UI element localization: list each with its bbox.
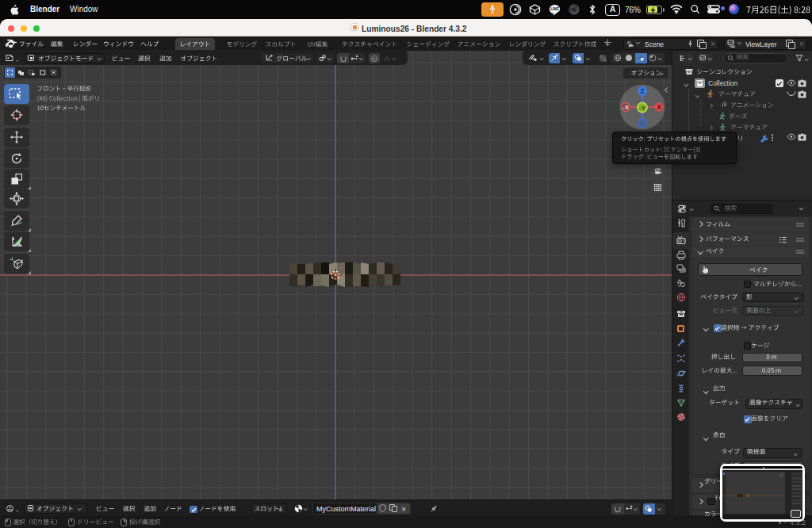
svg-text:Z: Z bbox=[640, 87, 644, 95]
svg-text:-Y: -Y bbox=[639, 105, 646, 112]
svg-text:-X: -X bbox=[622, 104, 630, 111]
svg-text:LINE: LINE bbox=[550, 7, 559, 11]
svg-text:X: X bbox=[657, 103, 661, 111]
